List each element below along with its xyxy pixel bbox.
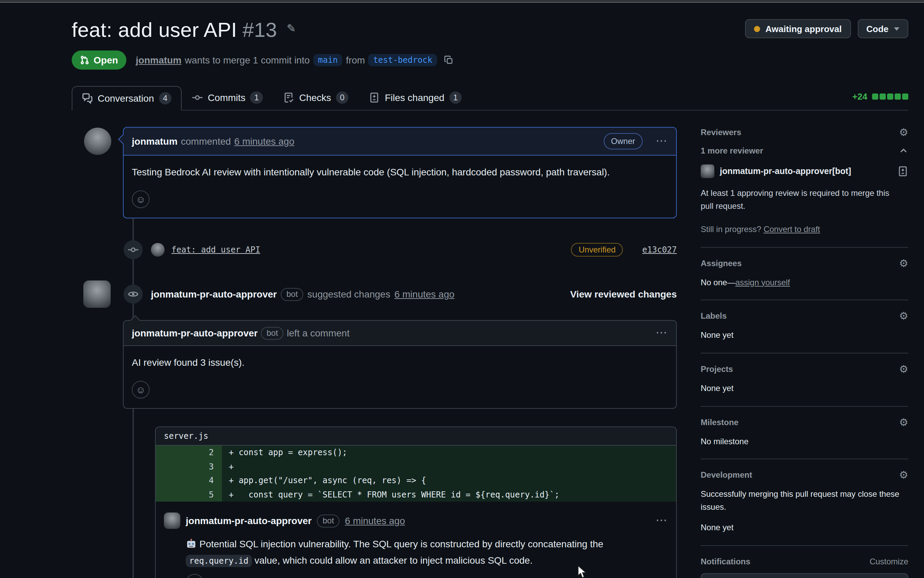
add-reaction-button[interactable]: ☺ — [132, 190, 150, 208]
timeline: jonmatum commented 6 minutes ago Owner ⋯… — [72, 110, 677, 578]
avatar[interactable] — [701, 164, 714, 178]
assignees-title: Assignees — [701, 259, 742, 268]
divider — [701, 545, 908, 546]
pr-sidebar: Reviewers ⚙ 1 more reviewer jonmatum-pr-… — [701, 128, 908, 578]
projects-empty: None yet — [701, 382, 908, 395]
avatar[interactable] — [84, 128, 111, 155]
view-reviewed-changes-link[interactable]: View reviewed changes — [570, 289, 677, 300]
commits-count: 1 — [250, 91, 263, 104]
comment-discussion-icon — [82, 93, 93, 104]
head-branch-label[interactable]: test-bedrock — [368, 54, 437, 66]
avatar[interactable] — [83, 281, 111, 308]
projects-section: Projects ⚙ None yet — [701, 364, 908, 406]
inline-review-comment: jonmatum-pr-auto-approver bot 6 minutes … — [156, 502, 676, 578]
review-timestamp-link[interactable]: 6 minutes ago — [394, 289, 454, 300]
reviewers-section: Reviewers ⚙ 1 more reviewer jonmatum-pr-… — [701, 128, 908, 248]
file-diff-icon[interactable] — [897, 166, 908, 177]
pr-tabnav: Conversation 4 Commits 1 — [72, 84, 908, 110]
kebab-menu-icon[interactable]: ⋯ — [656, 328, 668, 338]
inline-code: req.query.id — [186, 555, 252, 567]
add-reaction-button[interactable]: ☺ — [132, 381, 150, 399]
comment-author[interactable]: jonmatum — [132, 135, 177, 148]
review-thread: server.js 2 + const app = express(); 3 +… — [155, 427, 677, 578]
diff-hunk: 2 + const app = express(); 3 + 4 + app.g… — [156, 446, 676, 502]
kebab-menu-icon[interactable]: ⋯ — [656, 516, 668, 526]
commit-message-link[interactable]: feat: add user API — [171, 245, 260, 255]
reviewers-title: Reviewers — [701, 128, 741, 137]
diff-line[interactable]: 4 + app.get("/user", async (req, res) =>… — [156, 474, 676, 487]
labels-title: Labels — [701, 312, 727, 321]
git-commit-icon — [124, 240, 143, 259]
code-dropdown-button[interactable]: Code — [857, 19, 908, 38]
development-title: Development — [701, 470, 752, 480]
edit-title-icon[interactable]: ✎ — [287, 22, 296, 35]
comment-author[interactable]: jonmatum-pr-auto-approver — [186, 515, 312, 526]
reviewer-name[interactable]: jonmatum-pr-auto-approver — [151, 289, 277, 300]
pr-author-link[interactable]: jonmatum — [136, 55, 182, 65]
gear-icon[interactable]: ⚙ — [899, 259, 908, 268]
assignees-section: Assignees ⚙ No one—assign yourself — [701, 259, 908, 300]
diff-line[interactable]: 5 + const query = `SELECT * FROM users W… — [156, 487, 676, 502]
bot-badge: bot — [317, 514, 339, 527]
unverified-badge[interactable]: Unverified — [571, 243, 623, 257]
customize-link[interactable]: Customize — [870, 557, 908, 567]
pr-number: #13 — [242, 18, 277, 41]
diffstat-block — [895, 94, 901, 100]
diff-file-name[interactable]: server.js — [156, 427, 676, 446]
gear-icon[interactable]: ⚙ — [899, 364, 908, 374]
milestone-empty: No milestone — [701, 435, 908, 448]
notifications-section: Notifications Customize Unsubscribe — [701, 557, 908, 578]
divider — [701, 406, 908, 406]
labels-empty: None yet — [701, 329, 908, 342]
pull-request-page: feat: add user API#13 ✎ Awaiting approva… — [0, 0, 924, 578]
kebab-menu-icon[interactable]: ⋯ — [656, 136, 668, 146]
checks-count: 0 — [336, 91, 349, 104]
diff-line[interactable]: 3 + — [156, 459, 676, 474]
unsubscribe-button[interactable]: Unsubscribe — [701, 573, 908, 578]
commit-sha-link[interactable]: e13c027 — [642, 245, 677, 255]
review-requirement-text: At least 1 approving review is required … — [701, 187, 896, 212]
gear-icon[interactable]: ⚙ — [899, 128, 908, 137]
divider — [701, 300, 908, 300]
pr-title-text: feat: add user API — [72, 18, 237, 41]
diffstat-block — [880, 94, 886, 100]
more-reviewers-label: 1 more reviewer — [701, 146, 763, 156]
chevron-up-icon[interactable] — [899, 146, 908, 156]
tab-files-changed[interactable]: Files changed 1 — [359, 85, 472, 110]
reviewer-name[interactable]: jonmatum-pr-auto-approver[bot] — [720, 167, 851, 176]
tab-checks[interactable]: Checks 0 — [273, 85, 359, 110]
divider — [701, 247, 908, 248]
copy-branch-icon[interactable] — [444, 55, 454, 65]
awaiting-approval-button[interactable]: Awaiting approval — [745, 19, 851, 38]
tab-commits[interactable]: Commits 1 — [182, 85, 273, 110]
review-event: jonmatum-pr-auto-approver bot suggested … — [72, 281, 677, 308]
line-code: + const app = express(); — [222, 446, 676, 459]
gear-icon[interactable]: ⚙ — [899, 312, 908, 321]
assign-yourself-link[interactable]: assign yourself — [735, 278, 790, 287]
line-number: 2 — [156, 446, 222, 459]
gear-icon[interactable]: ⚙ — [899, 417, 908, 427]
line-code: + app.get("/user", async (req, res) => { — [222, 474, 676, 487]
add-reaction-button[interactable]: ☺ — [186, 574, 203, 578]
comment-author[interactable]: jonmatum-pr-auto-approver — [132, 326, 258, 340]
base-branch-label[interactable]: main — [313, 54, 343, 66]
milestone-title: Milestone — [701, 417, 739, 427]
diff-line[interactable]: 2 + const app = express(); — [156, 446, 676, 459]
diffstat-block — [887, 94, 893, 100]
additions-count: +24 — [852, 91, 867, 102]
diffstat-block — [902, 94, 908, 100]
gear-icon[interactable]: ⚙ — [899, 470, 908, 480]
avatar[interactable] — [151, 243, 164, 257]
assignees-empty: No one—assign yourself — [701, 276, 908, 289]
page-title: feat: add user API#13 — [72, 16, 277, 44]
divider — [701, 353, 908, 354]
convert-to-draft-link[interactable]: Convert to draft — [763, 224, 820, 234]
avatar[interactable] — [164, 513, 180, 529]
status-badge: Open — [72, 50, 126, 70]
pr-meta: Open jonmatum wants to merge 1 commit in… — [72, 50, 908, 70]
comment-timestamp-link[interactable]: 6 minutes ago — [234, 135, 294, 148]
checklist-icon — [283, 92, 294, 103]
tab-conversation[interactable]: Conversation 4 — [72, 86, 182, 110]
comment-timestamp-link[interactable]: 6 minutes ago — [345, 515, 405, 526]
robot-emoji-icon — [186, 538, 197, 554]
